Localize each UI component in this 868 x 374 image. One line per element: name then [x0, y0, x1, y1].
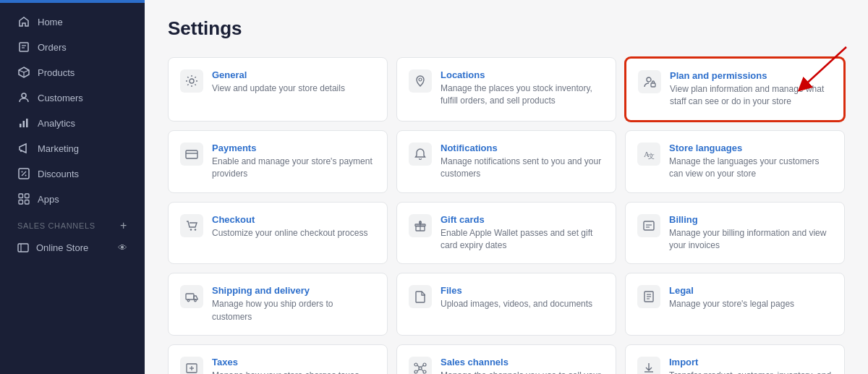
- gear-icon: [180, 69, 203, 93]
- card-desc-locations: Manage the places you stock inventory, f…: [441, 82, 604, 108]
- svg-line-52: [417, 365, 420, 367]
- svg-point-14: [25, 175, 27, 177]
- svg-point-30: [195, 229, 196, 230]
- channels-icon: [409, 357, 432, 374]
- svg-line-5: [19, 70, 24, 72]
- card-title-checkout: Checkout: [212, 214, 375, 225]
- sidebar-item-online-store[interactable]: Online Store 👁: [6, 236, 139, 259]
- discounts-icon: [17, 167, 30, 180]
- svg-point-39: [195, 300, 197, 302]
- orders-icon: [17, 41, 30, 54]
- sidebar-item-products[interactable]: Products: [6, 60, 139, 85]
- card-title-sales-channels: Sales channels: [441, 357, 604, 367]
- card-desc-checkout: Customize your online checkout process: [212, 227, 375, 239]
- sidebar-item-orders[interactable]: Orders: [6, 35, 139, 59]
- card-title-taxes: Taxes: [212, 357, 375, 367]
- svg-point-47: [419, 367, 422, 370]
- svg-point-13: [22, 171, 23, 173]
- svg-rect-0: [20, 43, 28, 51]
- sidebar-item-label: Products: [38, 67, 75, 78]
- add-sales-channel-button[interactable]: +: [120, 219, 127, 232]
- apps-icon: [17, 192, 30, 205]
- customers-icon: [17, 91, 30, 104]
- bell-icon: [409, 143, 432, 166]
- svg-rect-24: [651, 83, 655, 87]
- card-desc-legal: Manage your store's legal pages: [669, 298, 833, 310]
- sidebar-item-customers[interactable]: Customers: [6, 85, 139, 110]
- card-desc-billing: Manage your billing information and view…: [669, 227, 833, 252]
- svg-rect-8: [20, 124, 22, 127]
- location-icon: [409, 69, 432, 93]
- svg-line-55: [422, 370, 424, 372]
- settings-card-shipping-delivery[interactable]: Shipping and delivery Manage how you shi…: [168, 273, 388, 336]
- online-store-label: Online Store: [36, 242, 88, 253]
- card-title-legal: Legal: [669, 285, 833, 296]
- settings-card-sales-channels[interactable]: Sales channels Manage the channels you u…: [396, 344, 616, 374]
- settings-card-checkout[interactable]: Checkout Customize your online checkout …: [168, 202, 388, 265]
- card-title-general: General: [212, 69, 375, 80]
- products-icon: [17, 66, 30, 79]
- settings-card-billing[interactable]: Billing Manage your billing information …: [625, 202, 845, 265]
- svg-rect-25: [186, 150, 197, 158]
- card-title-gift-cards: Gift cards: [441, 214, 604, 225]
- sidebar-item-label: Analytics: [38, 118, 75, 129]
- card-title-files: Files: [441, 285, 604, 296]
- sidebar-item-discounts[interactable]: Discounts: [6, 161, 139, 186]
- settings-card-general[interactable]: General View and update your store detai…: [168, 57, 388, 122]
- sidebar-item-label: Customers: [38, 93, 83, 103]
- settings-card-locations[interactable]: Locations Manage the places you stock in…: [396, 57, 616, 122]
- card-title-import: Import: [669, 357, 833, 367]
- sidebar-nav: Home Orders Products: [0, 3, 145, 374]
- import-icon: [637, 357, 660, 374]
- files-icon: [409, 285, 432, 308]
- sidebar: Home Orders Products: [0, 0, 145, 374]
- svg-rect-18: [25, 200, 30, 205]
- svg-point-22: [419, 78, 422, 81]
- svg-line-54: [417, 370, 420, 372]
- shipping-icon: [180, 285, 203, 308]
- person-lock-icon: [638, 70, 661, 93]
- billing-icon: [637, 214, 660, 237]
- settings-card-taxes[interactable]: Taxes Manage how your store charges taxe…: [168, 344, 388, 374]
- settings-card-notifications[interactable]: Notifications Manage notifications sent …: [396, 130, 616, 193]
- svg-rect-15: [19, 194, 23, 198]
- settings-card-plan-permissions[interactable]: Plan and permissions View plan informati…: [625, 57, 845, 122]
- svg-rect-10: [26, 119, 28, 127]
- settings-card-payments[interactable]: Payments Enable and manage your store's …: [168, 130, 388, 193]
- svg-line-6: [24, 70, 29, 72]
- card-desc-import: Transfer product, customer, inventory, a…: [669, 370, 833, 374]
- sidebar-item-home[interactable]: Home: [6, 9, 139, 34]
- sidebar-item-analytics[interactable]: Analytics: [6, 111, 139, 135]
- svg-line-53: [422, 365, 424, 367]
- cart-icon: [180, 214, 203, 237]
- settings-grid: General View and update your store detai…: [168, 57, 845, 374]
- settings-card-gift-cards[interactable]: Gift cards Enable Apple Wallet passes an…: [396, 202, 616, 265]
- card-desc-shipping-delivery: Manage how you ship orders to customers: [212, 298, 375, 323]
- legal-icon: [637, 285, 660, 308]
- svg-point-49: [423, 363, 426, 366]
- svg-point-51: [423, 370, 426, 373]
- sidebar-item-apps[interactable]: Apps: [6, 187, 139, 211]
- card-title-payments: Payments: [212, 143, 375, 153]
- main-content: Settings General View and update your st…: [145, 0, 868, 374]
- taxes-icon: [180, 357, 203, 374]
- marketing-icon: [17, 142, 30, 155]
- settings-card-store-languages[interactable]: A文 Store languages Manage the languages …: [625, 130, 845, 193]
- settings-card-import[interactable]: Import Transfer product, customer, inven…: [625, 344, 845, 374]
- card-desc-gift-cards: Enable Apple Wallet passes and set gift …: [441, 227, 604, 252]
- card-title-locations: Locations: [441, 69, 604, 80]
- sidebar-item-label: Orders: [38, 42, 67, 53]
- sidebar-item-marketing[interactable]: Marketing: [6, 136, 139, 161]
- settings-card-legal[interactable]: Legal Manage your store's legal pages: [625, 273, 845, 336]
- card-desc-store-languages: Manage the languages your customers can …: [669, 156, 833, 181]
- svg-point-48: [414, 363, 417, 366]
- svg-point-7: [22, 93, 26, 98]
- page-title: Settings: [168, 17, 845, 40]
- eye-icon[interactable]: 👁: [118, 242, 127, 253]
- payment-icon: [180, 143, 203, 166]
- svg-rect-16: [25, 194, 30, 198]
- card-title-billing: Billing: [669, 214, 833, 225]
- svg-point-23: [647, 77, 651, 82]
- settings-card-files[interactable]: Files Upload images, videos, and documen…: [396, 273, 616, 336]
- gift-icon: [409, 214, 432, 237]
